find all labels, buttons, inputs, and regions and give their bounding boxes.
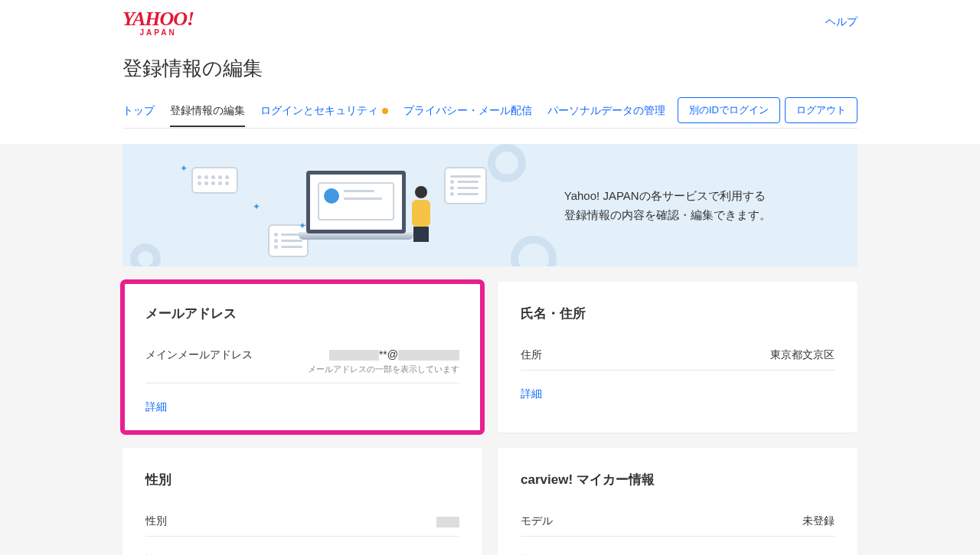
nav-top[interactable]: トップ bbox=[122, 98, 155, 127]
address-detail-link[interactable]: 詳細 bbox=[521, 387, 542, 401]
alert-dot-icon bbox=[382, 108, 388, 114]
nav-login-security[interactable]: ログインとセキュリティ bbox=[260, 98, 388, 127]
gear-icon bbox=[511, 236, 557, 266]
nav-privacy[interactable]: プライバシー・メール配信 bbox=[403, 98, 532, 127]
card-title: carview! マイカー情報 bbox=[521, 471, 835, 488]
other-id-login-button[interactable]: 別のIDでログイン bbox=[678, 97, 780, 123]
gender-value bbox=[436, 514, 459, 527]
email-card: メールアドレス メインメールアドレス **@ メールアドレスの一部を表示していま… bbox=[122, 282, 482, 433]
person-icon bbox=[406, 186, 436, 247]
yahoo-logo[interactable]: YAHOO! JAPAN bbox=[122, 8, 194, 37]
model-value: 未登録 bbox=[802, 514, 835, 528]
banner-text-line1: Yahoo! JAPANの各サービスで利用する bbox=[564, 186, 842, 206]
laptop-icon bbox=[299, 171, 413, 247]
list-icon bbox=[191, 167, 238, 194]
card-title: メールアドレス bbox=[145, 305, 459, 322]
email-note: メールアドレスの一部を表示しています bbox=[308, 364, 459, 375]
nav-edit-info[interactable]: 登録情報の編集 bbox=[170, 98, 245, 127]
email-detail-link[interactable]: 詳細 bbox=[145, 400, 167, 414]
info-banner: ✦ ✦ ✦ bbox=[122, 144, 858, 266]
email-value: **@ bbox=[308, 348, 459, 361]
email-label: メインメールアドレス bbox=[145, 348, 253, 362]
card-title: 氏名・住所 bbox=[521, 305, 835, 322]
logout-button[interactable]: ログアウト bbox=[785, 97, 858, 123]
banner-illustration: ✦ ✦ ✦ bbox=[122, 144, 549, 266]
nav-personal-data[interactable]: パーソナルデータの管理 bbox=[547, 98, 665, 127]
list-icon bbox=[444, 167, 487, 204]
help-link[interactable]: ヘルプ bbox=[825, 15, 858, 29]
name-address-card: 氏名・住所 住所 東京都文京区 詳細 bbox=[498, 282, 858, 433]
gear-icon bbox=[488, 144, 526, 182]
main-nav: トップ 登録情報の編集 ログインとセキュリティ プライバシー・メール配信 パーソ… bbox=[122, 98, 665, 127]
card-title: 性別 bbox=[145, 471, 459, 488]
gender-label: 性別 bbox=[145, 514, 167, 528]
address-value: 東京都文京区 bbox=[770, 348, 835, 362]
gender-card: 性別 性別 詳細 bbox=[122, 448, 482, 555]
model-label: モデル bbox=[521, 514, 553, 528]
banner-text-line2: 登録情報の内容を確認・編集できます。 bbox=[564, 205, 842, 225]
carview-card: carview! マイカー情報 モデル 未登録 詳細 bbox=[498, 448, 858, 555]
page-title: 登録情報の編集 bbox=[122, 55, 858, 82]
address-label: 住所 bbox=[521, 348, 542, 362]
gear-icon bbox=[130, 243, 161, 266]
